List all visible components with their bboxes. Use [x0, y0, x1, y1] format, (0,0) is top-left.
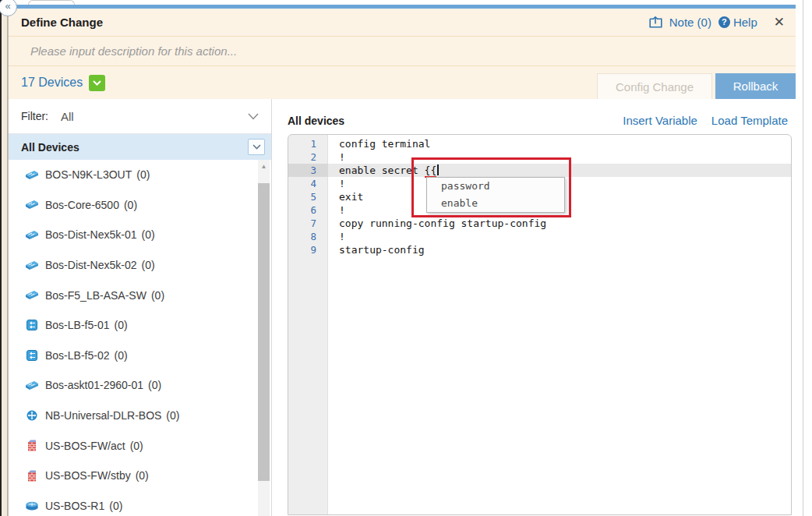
switch-icon: [24, 380, 39, 391]
line-text: copy running-config startup-config: [328, 217, 546, 230]
device-count: (0): [114, 319, 127, 331]
device-list-item[interactable]: NB-Universal-DLR-BOS(0): [9, 401, 257, 431]
device-list-item[interactable]: Bos-F5_LB-ASA-SW(0): [9, 280, 257, 310]
code-line[interactable]: 8!: [288, 230, 791, 243]
firewall-icon: [24, 470, 39, 482]
device-list-item[interactable]: Bos-Dist-Nex5k-01(0): [9, 220, 257, 250]
editor-title: All devices: [288, 115, 344, 127]
device-name: Bos-askt01-2960-01: [45, 379, 143, 391]
line-number: 8: [288, 230, 328, 243]
device-count: (0): [124, 199, 137, 211]
device-group-header: All Devices: [9, 134, 271, 160]
load-template-link[interactable]: Load Template: [711, 114, 788, 127]
autocomplete-option[interactable]: password: [427, 178, 564, 195]
line-text: exit: [328, 190, 363, 203]
code-line[interactable]: 3enable secret {{: [288, 164, 791, 177]
line-number: 1: [288, 137, 328, 150]
code-line[interactable]: 7copy running-config startup-config: [288, 217, 791, 230]
device-name: BOS-N9K-L3OUT: [45, 168, 132, 181]
popout-icon[interactable]: [649, 16, 662, 28]
device-name: NB-Universal-DLR-BOS: [45, 409, 161, 422]
chevron-down-icon: [248, 113, 259, 120]
text-cursor: [437, 164, 439, 175]
device-list-item[interactable]: US-BOS-FW/act(0): [9, 430, 257, 461]
autocomplete-option[interactable]: enable: [427, 195, 564, 212]
dialog-title: Define Change: [21, 16, 103, 29]
router-cyl-icon: [24, 501, 39, 511]
device-list-item[interactable]: Bos-Core-6500(0): [9, 190, 257, 221]
router-icon: [24, 410, 39, 421]
switch-icon: [24, 230, 39, 240]
line-number: 6: [288, 203, 328, 217]
device-count: (0): [136, 469, 149, 482]
line-text: !: [328, 177, 345, 190]
description-input[interactable]: Please input description for this action…: [30, 44, 237, 58]
switch-icon: [24, 200, 39, 210]
devices-dropdown-button[interactable]: [89, 75, 105, 91]
define-change-dialog: Define Change Note (0) ? Help ✕: [8, 9, 796, 516]
line-number: 4: [288, 177, 328, 190]
device-list-item[interactable]: Bos-LB-f5-02(0): [9, 341, 257, 371]
device-sidebar: Filter: All All Devices BOS-N9K-L3OUT(0)…: [9, 99, 272, 516]
device-list: BOS-N9K-L3OUT(0)Bos-Core-6500(0)Bos-Dist…: [9, 160, 257, 516]
device-count: (0): [141, 259, 154, 271]
device-count: (0): [166, 409, 179, 422]
filter-dropdown[interactable]: Filter: All: [9, 99, 271, 134]
device-count: (0): [136, 168, 150, 181]
loadbalancer-icon: [24, 320, 39, 330]
line-number: 3: [288, 164, 328, 177]
mode-tabs: Config Change Rollback: [597, 73, 796, 99]
device-count: (0): [148, 379, 161, 391]
device-count: (0): [151, 289, 164, 302]
line-text: !: [328, 203, 345, 217]
device-count: (0): [114, 349, 127, 362]
device-list-item[interactable]: Bos-Dist-Nex5k-02(0): [9, 250, 257, 281]
tab-config-change[interactable]: Config Change: [597, 73, 712, 99]
device-list-item[interactable]: Bos-askt01-2960-01(0): [9, 370, 257, 401]
device-name: Bos-Core-6500: [45, 199, 119, 211]
device-name: US-BOS-R1: [45, 500, 104, 512]
device-name: Bos-LB-f5-02: [45, 349, 109, 362]
variable-token: {{: [425, 164, 437, 178]
note-button[interactable]: Note (0): [669, 16, 711, 29]
help-button[interactable]: ? Help: [718, 16, 757, 29]
line-number: 9: [288, 243, 328, 256]
device-name: US-BOS-FW/act: [45, 440, 125, 452]
tab-rollback[interactable]: Rollback: [715, 73, 796, 99]
devices-count-link[interactable]: 17 Devices: [21, 76, 83, 90]
code-line[interactable]: 1config terminal: [288, 137, 791, 150]
config-editor[interactable]: 1config terminal2!3enable secret {{4!5ex…: [288, 134, 792, 515]
page-divider-line: [803, 0, 803, 516]
scroll-up-icon[interactable]: ▲: [258, 160, 270, 172]
filter-value: All: [61, 110, 74, 123]
device-list-item[interactable]: US-BOS-R1(0): [9, 491, 257, 516]
line-text: config terminal: [328, 137, 430, 150]
code-line[interactable]: 2!: [288, 150, 791, 164]
device-name: Bos-F5_LB-ASA-SW: [45, 289, 147, 302]
switch-icon: [24, 170, 39, 180]
insert-variable-link[interactable]: Insert Variable: [623, 114, 697, 127]
define-change-screen: « Define Change Note (0) ? Help: [0, 0, 812, 516]
device-count: (0): [109, 500, 122, 512]
page-margin-strip: [2, 0, 8, 516]
autocomplete-popup: passwordenable: [426, 177, 565, 213]
config-panel: All devices Insert Variable Load Templat…: [288, 99, 796, 516]
device-list-item[interactable]: Bos-LB-f5-01(0): [9, 310, 257, 341]
device-list-scrollbar[interactable]: ▲: [258, 160, 270, 516]
switch-icon: [24, 290, 39, 300]
close-icon[interactable]: ✕: [774, 16, 785, 29]
code-line[interactable]: 9startup-config: [288, 243, 791, 256]
line-text: enable secret {{: [328, 164, 439, 177]
firewall-icon: [24, 440, 39, 451]
line-text: !: [328, 150, 345, 164]
group-collapse-button[interactable]: [248, 139, 265, 155]
device-list-item[interactable]: US-BOS-FW/stby(0): [9, 461, 257, 491]
device-group-title: All Devices: [21, 141, 79, 154]
device-list-item[interactable]: BOS-N9K-L3OUT(0): [9, 160, 257, 190]
help-icon: ?: [718, 16, 730, 28]
device-name: Bos-LB-f5-01: [45, 319, 109, 331]
line-text: !: [328, 230, 345, 243]
line-number: 2: [288, 150, 328, 164]
scrollbar-thumb[interactable]: [258, 183, 270, 481]
device-count: (0): [141, 228, 154, 241]
